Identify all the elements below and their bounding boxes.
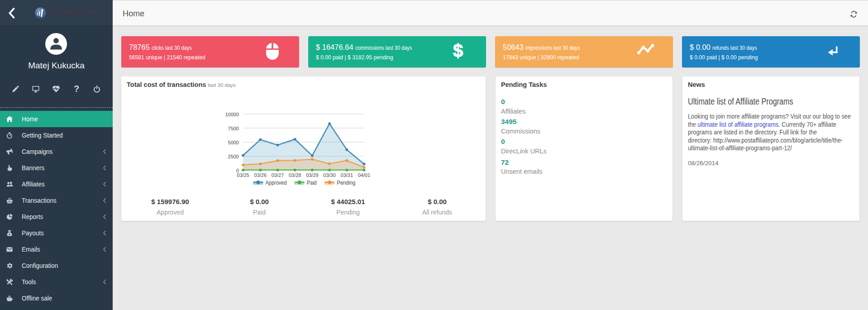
- svg-text:10000: 10000: [225, 112, 239, 117]
- svg-text:2500: 2500: [228, 154, 239, 159]
- svg-text:04/01: 04/01: [358, 172, 371, 178]
- svg-text:Approved: Approved: [266, 180, 287, 186]
- svg-text:5000: 5000: [228, 140, 239, 145]
- svg-text:03/26: 03/26: [254, 172, 267, 178]
- svg-text:03/29: 03/29: [306, 172, 319, 178]
- svg-text:Paid: Paid: [307, 180, 317, 186]
- svg-text:03/30: 03/30: [323, 172, 336, 178]
- svg-text:Pending: Pending: [337, 180, 355, 186]
- svg-text:03/31: 03/31: [341, 172, 353, 178]
- svg-text:03/25: 03/25: [237, 172, 249, 178]
- svg-text:03/27: 03/27: [272, 172, 284, 178]
- svg-text:03/28: 03/28: [289, 172, 301, 178]
- svg-text:7500: 7500: [228, 126, 239, 131]
